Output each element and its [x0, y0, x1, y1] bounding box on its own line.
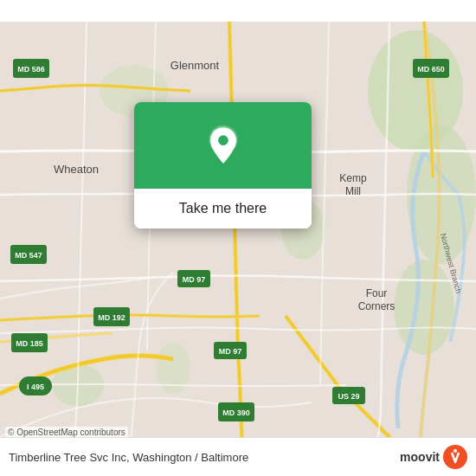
- business-info: Timberline Tree Svc Inc, Washington / Ba…: [9, 451, 248, 464]
- svg-text:Glenmont: Glenmont: [170, 59, 220, 72]
- svg-text:MD 185: MD 185: [16, 339, 43, 348]
- popup-card: Take me there: [134, 102, 312, 228]
- svg-point-38: [443, 445, 467, 469]
- popup-green-area: [134, 102, 312, 189]
- svg-point-3: [394, 260, 454, 355]
- moovit-logo: moovit: [400, 445, 467, 469]
- location-pin-icon: [202, 124, 245, 167]
- svg-point-39: [453, 449, 457, 453]
- svg-text:MD 650: MD 650: [417, 65, 445, 74]
- svg-text:MD 97: MD 97: [183, 275, 206, 284]
- svg-text:MD 97: MD 97: [219, 347, 242, 356]
- map-svg: Glenmont Wheaton Kemp Mill Four Corners …: [0, 0, 476, 476]
- svg-text:MD 586: MD 586: [17, 65, 45, 74]
- svg-text:Corners: Corners: [358, 300, 396, 312]
- svg-text:MD 547: MD 547: [15, 251, 42, 260]
- moovit-text: moovit: [400, 450, 440, 464]
- svg-point-37: [218, 135, 228, 145]
- svg-text:MD 192: MD 192: [98, 313, 125, 322]
- svg-text:I 495: I 495: [27, 383, 44, 391]
- take-me-there-button[interactable]: Take me there: [134, 189, 312, 228]
- svg-text:MD 390: MD 390: [222, 408, 250, 417]
- svg-text:Kemp: Kemp: [339, 172, 367, 184]
- svg-text:Mill: Mill: [345, 185, 361, 197]
- moovit-icon: [443, 445, 467, 469]
- bottom-bar: Timberline Tree Svc Inc, Washington / Ba…: [0, 437, 476, 476]
- svg-text:US 29: US 29: [338, 392, 359, 401]
- svg-text:Wheaton: Wheaton: [54, 163, 99, 176]
- svg-text:Four: Four: [366, 287, 388, 299]
- map-container: Glenmont Wheaton Kemp Mill Four Corners …: [0, 0, 476, 476]
